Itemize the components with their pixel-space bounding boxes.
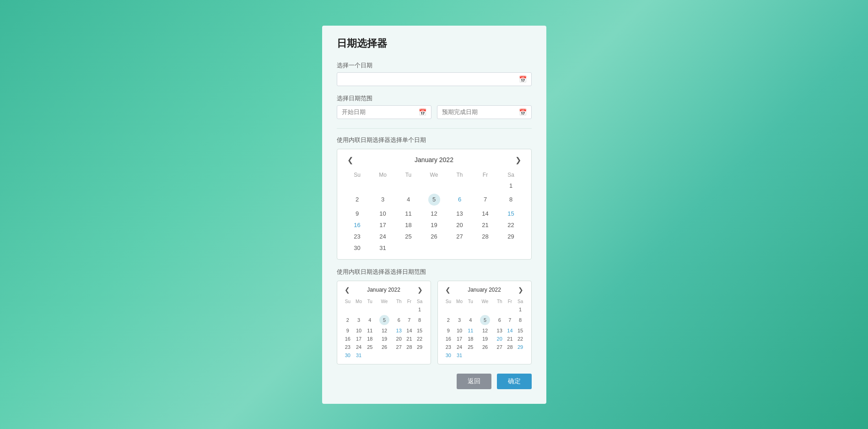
table-row[interactable]: 2 (443, 314, 454, 326)
right-cal-next[interactable]: ❯ (516, 286, 525, 294)
table-row[interactable]: 25 (465, 343, 476, 351)
table-row[interactable]: 10 (353, 326, 365, 335)
table-row[interactable]: 11 (365, 326, 375, 335)
table-row[interactable]: 9 (345, 208, 370, 219)
table-row[interactable]: 5 (375, 314, 394, 326)
table-row[interactable]: 2 (345, 191, 370, 208)
table-row[interactable]: 30 (345, 242, 370, 254)
table-row[interactable]: 13 (447, 208, 473, 219)
table-row[interactable]: 6 (494, 314, 505, 326)
single-date-calendar-icon[interactable]: 📅 (519, 76, 527, 83)
table-row[interactable]: 17 (353, 335, 365, 343)
table-row[interactable]: 21 (505, 335, 515, 343)
single-date-input[interactable] (342, 76, 519, 82)
table-row[interactable]: 20 (494, 335, 505, 343)
table-row[interactable]: 27 (394, 343, 404, 351)
table-row[interactable]: 30 (443, 351, 454, 359)
table-row[interactable]: 7 (505, 314, 515, 326)
table-row[interactable]: 27 (447, 231, 473, 242)
table-row[interactable]: 7 (404, 314, 415, 326)
table-row[interactable]: 4 (365, 314, 375, 326)
table-row[interactable]: 13 (394, 326, 404, 335)
table-row[interactable]: 11 (396, 208, 421, 219)
table-row[interactable]: 5 (476, 314, 495, 326)
table-row[interactable]: 24 (370, 231, 396, 242)
table-row[interactable]: 16 (345, 219, 370, 231)
table-row[interactable]: 14 (505, 326, 515, 335)
table-row[interactable]: 14 (404, 326, 415, 335)
table-row[interactable]: 9 (443, 326, 454, 335)
table-row[interactable]: 3 (370, 191, 396, 208)
end-date-input[interactable] (442, 109, 519, 115)
confirm-button[interactable]: 确定 (497, 374, 532, 389)
table-row[interactable]: 10 (453, 326, 465, 335)
table-row[interactable]: 1 (498, 180, 524, 191)
start-date-calendar-icon[interactable]: 📅 (419, 109, 426, 116)
table-row[interactable]: 10 (370, 208, 396, 219)
table-row[interactable]: 25 (396, 231, 421, 242)
table-row[interactable]: 12 (421, 208, 447, 219)
table-row[interactable]: 20 (394, 335, 404, 343)
table-row[interactable]: 25 (365, 343, 375, 351)
table-row[interactable]: 19 (375, 335, 394, 343)
table-row[interactable]: 31 (453, 351, 465, 359)
left-cal-next[interactable]: ❯ (415, 286, 425, 294)
table-row[interactable]: 26 (476, 343, 495, 351)
table-row[interactable]: 28 (404, 343, 415, 351)
end-date-calendar-icon[interactable]: 📅 (519, 109, 527, 116)
table-row[interactable]: 26 (421, 231, 447, 242)
table-row[interactable]: 24 (353, 343, 365, 351)
table-row[interactable]: 19 (476, 335, 495, 343)
table-row[interactable]: 31 (353, 351, 365, 359)
table-row[interactable]: 8 (515, 314, 526, 326)
table-row[interactable]: 18 (465, 335, 476, 343)
table-row[interactable]: 26 (375, 343, 394, 351)
table-row[interactable]: 17 (453, 335, 465, 343)
table-row[interactable]: 30 (343, 351, 353, 359)
table-row[interactable]: 29 (515, 343, 526, 351)
table-row[interactable]: 1 (415, 305, 425, 314)
single-cal-next[interactable]: ❯ (512, 155, 524, 165)
table-row[interactable]: 4 (396, 191, 421, 208)
table-row[interactable]: 18 (365, 335, 375, 343)
table-row[interactable]: 3 (453, 314, 465, 326)
table-row[interactable]: 21 (473, 219, 498, 231)
table-row[interactable]: 31 (370, 242, 396, 254)
table-row[interactable]: 6 (447, 191, 473, 208)
table-row[interactable]: 23 (343, 343, 353, 351)
table-row[interactable]: 28 (505, 343, 515, 351)
table-row[interactable]: 12 (375, 326, 394, 335)
table-row[interactable]: 16 (343, 335, 353, 343)
table-row[interactable]: 24 (453, 343, 465, 351)
left-cal-prev[interactable]: ❮ (343, 286, 352, 294)
table-row[interactable]: 15 (415, 326, 425, 335)
table-row[interactable]: 18 (396, 219, 421, 231)
table-row[interactable]: 16 (443, 335, 454, 343)
table-row[interactable]: 20 (447, 219, 473, 231)
table-row[interactable]: 3 (353, 314, 365, 326)
table-row[interactable]: 23 (345, 231, 370, 242)
table-row[interactable]: 22 (515, 335, 526, 343)
table-row[interactable]: 21 (404, 335, 415, 343)
table-row[interactable]: 2 (343, 314, 353, 326)
table-row[interactable]: 29 (415, 343, 425, 351)
table-row[interactable]: 13 (494, 326, 505, 335)
table-row[interactable]: 17 (370, 219, 396, 231)
table-row[interactable]: 8 (498, 191, 524, 208)
table-row[interactable]: 29 (498, 231, 524, 242)
table-row[interactable]: 22 (498, 219, 524, 231)
table-row[interactable]: 11 (465, 326, 476, 335)
table-row[interactable]: 27 (494, 343, 505, 351)
table-row[interactable]: 4 (465, 314, 476, 326)
return-button[interactable]: 返回 (457, 374, 491, 389)
table-row[interactable]: 1 (515, 305, 526, 314)
table-row[interactable]: 9 (343, 326, 353, 335)
table-row[interactable]: 14 (473, 208, 498, 219)
table-row[interactable]: 6 (394, 314, 404, 326)
table-row[interactable]: 15 (498, 208, 524, 219)
table-row[interactable]: 22 (415, 335, 425, 343)
table-row[interactable]: 28 (473, 231, 498, 242)
right-cal-prev[interactable]: ❮ (443, 286, 453, 294)
table-row[interactable]: 7 (473, 191, 498, 208)
start-date-input[interactable] (342, 109, 419, 115)
